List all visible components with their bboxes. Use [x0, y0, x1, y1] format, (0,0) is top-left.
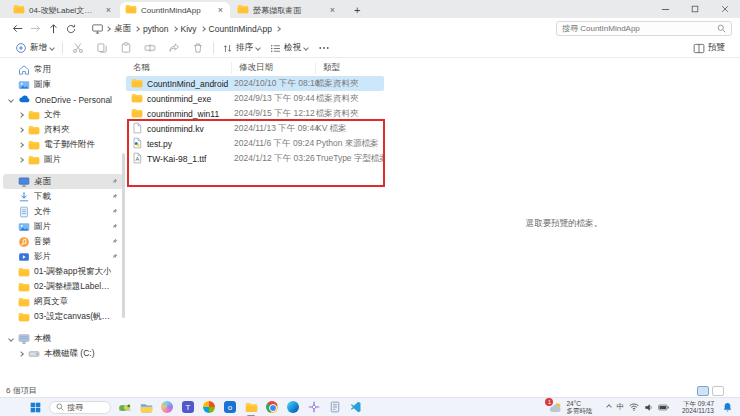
explorer-tab-0[interactable]: 04-改變Label文字字型 × — [8, 2, 118, 18]
sidebar-item-20[interactable]: 本機磁碟 (C:) — [3, 346, 123, 361]
breadcrumb-item-0[interactable]: 桌面 — [110, 23, 139, 35]
taskbar-icon-vscode[interactable] — [349, 400, 363, 414]
file-row-2[interactable]: countinmind_win11 2024/9/15 下午 12:12 檔案資… — [126, 106, 384, 121]
file-row-1[interactable]: countinmind_exe 2024/9/13 下午 09:44 檔案資料夾 — [126, 91, 384, 106]
preview-empty-text: 選取要預覽的檔案。 — [526, 218, 603, 230]
refresh-button[interactable] — [62, 21, 80, 37]
rename-button[interactable] — [138, 40, 162, 56]
sidebar-item-19[interactable]: 本機 — [3, 331, 123, 346]
sidebar-item-3[interactable]: 文件 — [3, 107, 123, 122]
hidden-icons-chevron[interactable] — [607, 404, 613, 410]
new-button[interactable]: 新增 — [10, 40, 59, 56]
sidebar-item-1[interactable]: 圖庫 — [3, 77, 123, 92]
cut-button[interactable] — [66, 40, 90, 56]
taskbar-icon-widgets[interactable] — [118, 400, 132, 414]
expand-chevron-icon[interactable] — [17, 143, 24, 147]
file-row-5[interactable]: ATW-Kai-98_1.ttf 2024/1/12 下午 03:26 True… — [126, 151, 384, 166]
maximize-button[interactable] — [680, 0, 710, 18]
sort-button[interactable]: 排序 — [217, 40, 265, 56]
battery-icon[interactable] — [658, 404, 669, 411]
taskbar-icon-chrome[interactable] — [265, 400, 279, 414]
sidebar-item-icon — [18, 93, 31, 106]
file-row-0[interactable]: CountInMind_android 2024/10/10 下午 08:10 … — [126, 76, 384, 91]
tab-label: CountInMindApp — [141, 6, 212, 15]
tab-close-icon[interactable]: × — [328, 5, 337, 15]
taskbar-icon-folder-window[interactable] — [244, 400, 258, 414]
copy-button[interactable] — [90, 40, 114, 56]
search-icon — [717, 24, 726, 33]
minimize-button[interactable] — [650, 0, 680, 18]
volume-icon[interactable] — [644, 403, 653, 412]
tab-close-icon[interactable]: × — [104, 5, 113, 15]
desktop-location-icon[interactable] — [88, 21, 106, 37]
explorer-tab-1[interactable]: CountInMindApp × — [120, 2, 230, 18]
expand-chevron-icon[interactable] — [7, 337, 14, 341]
share-button[interactable] — [162, 40, 186, 56]
more-options-button[interactable] — [313, 40, 335, 56]
taskbar-icon-teams[interactable]: T — [181, 400, 195, 414]
expand-chevron-icon[interactable] — [7, 98, 14, 102]
explorer-tab-2[interactable]: 螢幕擷取畫面 × — [232, 2, 342, 18]
taskbar-clock[interactable]: 下午 09:47 2024/11/13 — [682, 400, 714, 415]
start-button[interactable] — [28, 400, 42, 414]
expand-chevron-icon[interactable] — [17, 113, 24, 117]
sidebar-item-4[interactable]: 資料夾 — [3, 122, 123, 137]
delete-button[interactable] — [186, 40, 210, 56]
sidebar-item-9[interactable]: 下載 — [3, 189, 123, 204]
paste-button[interactable] — [114, 40, 138, 56]
sidebar-item-17[interactable]: 03-設定canvas(帆布、畫圖)大小 — [3, 309, 123, 324]
ime-indicator[interactable]: 中 — [616, 402, 624, 412]
details-view-toggle[interactable] — [697, 386, 709, 396]
expand-chevron-icon[interactable] — [17, 158, 24, 162]
sidebar-item-6[interactable]: 圖片 — [3, 152, 123, 167]
expand-chevron-icon[interactable] — [17, 352, 24, 356]
view-button[interactable]: 檢視 — [265, 40, 313, 56]
sidebar-item-14[interactable]: 01-調整app視窗大小 — [3, 264, 123, 279]
column-header-name[interactable]: 名稱 — [126, 62, 232, 74]
breadcrumb-item-2[interactable]: Kivy — [177, 24, 205, 34]
wifi-icon[interactable] — [629, 403, 639, 411]
sidebar-item-icon — [18, 236, 30, 248]
sidebar-item-11[interactable]: 圖片 — [3, 219, 123, 234]
column-header-date[interactable]: 修改日期 — [232, 62, 316, 74]
sidebar-item-7[interactable] — [3, 167, 123, 174]
up-button[interactable] — [44, 21, 62, 37]
taskbar-icon-edge[interactable] — [286, 400, 300, 414]
sidebar-item-icon — [18, 333, 30, 345]
search-input[interactable] — [562, 24, 717, 33]
taskbar-icon-snipping[interactable] — [307, 400, 321, 414]
sidebar-item-18[interactable] — [3, 324, 123, 331]
breadcrumb-item-3[interactable]: CountInMindApp — [205, 24, 280, 34]
close-button[interactable] — [710, 0, 740, 18]
sidebar-item-0[interactable]: 常用 — [3, 62, 123, 77]
column-header-type[interactable]: 類型 — [316, 62, 388, 74]
sidebar-item-2[interactable]: OneDrive - Personal — [3, 92, 123, 107]
taskbar-icon-file-explorer[interactable] — [139, 400, 153, 414]
sidebar-scrollbar[interactable] — [122, 153, 125, 318]
taskbar-icon-notes[interactable] — [328, 400, 342, 414]
breadcrumb-item-1[interactable]: python — [139, 24, 177, 34]
sidebar-item-10[interactable]: 文件 — [3, 204, 123, 219]
notifications-bell-icon[interactable] — [723, 402, 732, 412]
sidebar-item-13[interactable]: 影片 — [3, 249, 123, 264]
sidebar-item-15[interactable]: 02-調整標題Label文字大小顏色位 — [3, 279, 123, 294]
back-button[interactable] — [8, 21, 26, 37]
forward-button[interactable] — [26, 21, 44, 37]
new-tab-button[interactable]: + — [350, 2, 364, 18]
file-row-3[interactable]: countinmind.kv 2024/11/13 下午 09:44 KV 檔案 — [126, 121, 384, 136]
taskbar-icon-outlook[interactable]: o — [223, 400, 237, 414]
preview-button[interactable]: 預覽 — [688, 40, 730, 56]
taskbar-search[interactable]: 搜尋 — [49, 401, 111, 414]
sidebar-item-16[interactable]: 網頁文章 — [3, 294, 123, 309]
sidebar-item-12[interactable]: 音樂 — [3, 234, 123, 249]
sidebar-item-8[interactable]: 桌面 — [3, 174, 123, 189]
sidebar-item-icon — [18, 311, 30, 323]
weather-widget[interactable]: 1 24°C 多雲時陰 — [549, 400, 592, 415]
tab-close-icon[interactable]: × — [216, 5, 225, 15]
taskbar-icon-photos[interactable] — [202, 400, 216, 414]
expand-chevron-icon[interactable] — [17, 128, 24, 132]
taskbar-icon-copilot[interactable] — [160, 400, 174, 414]
large-icons-view-toggle[interactable] — [712, 386, 724, 396]
file-row-4[interactable]: test.py 2024/11/6 下午 09:24 Python 來源檔案 — [126, 136, 384, 151]
sidebar-item-5[interactable]: 電子郵件附件 — [3, 137, 123, 152]
